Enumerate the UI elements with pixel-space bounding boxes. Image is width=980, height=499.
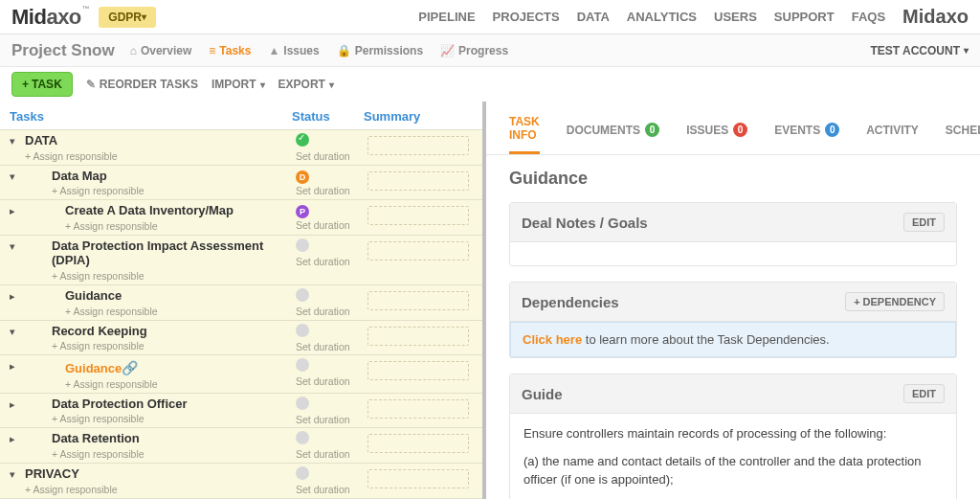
task-title[interactable]: PRIVACY (25, 466, 79, 481)
task-title[interactable]: Create A Data Inventory/Map (65, 203, 234, 217)
task-status[interactable]: Set duration (296, 357, 368, 387)
summary-field[interactable] (368, 291, 469, 310)
task-status[interactable]: Set duration (296, 323, 368, 352)
task-title[interactable]: Data Protection Impact Assessment (DPIA) (52, 238, 263, 268)
tab-schedule[interactable]: SCHEDULE (946, 115, 980, 154)
tab-issues[interactable]: ISSUES0 (686, 115, 747, 154)
task-status[interactable]: PSet duration (296, 202, 368, 231)
pnav-issues[interactable]: ▲Issues (268, 44, 319, 57)
edit-guide-button[interactable]: EDIT (903, 384, 945, 403)
task-status[interactable]: Set duration (296, 465, 368, 495)
col-status[interactable]: Status (292, 109, 364, 124)
task-title[interactable]: DATA (25, 133, 57, 147)
pnav-permissions[interactable]: 🔒Permissions (337, 44, 423, 57)
task-status[interactable]: Set duration (296, 132, 368, 162)
expand-toggle[interactable]: ▸ (0, 287, 25, 303)
add-task-button[interactable]: +TASK (11, 72, 73, 97)
assign-responsible[interactable]: + Assign responsible (25, 484, 118, 495)
task-title[interactable]: Record Keeping (52, 324, 147, 338)
nav-support[interactable]: SUPPORT (774, 10, 835, 24)
task-row[interactable]: ▸Data Retention+ Assign responsibleSet d… (0, 427, 482, 463)
task-row[interactable]: ▸Data Protection Officer+ Assign respons… (0, 393, 482, 428)
task-row[interactable]: ▸Guidance🔗+ Assign responsibleSet durati… (0, 354, 482, 393)
summary-field[interactable] (368, 469, 469, 488)
task-title[interactable]: Guidance (65, 361, 122, 375)
expand-toggle[interactable]: ▾ (0, 168, 25, 183)
task-row[interactable]: ▾Data Map+ Assign responsibleDSet durati… (0, 165, 482, 200)
nav-analytics[interactable]: ANALYTICS (627, 10, 697, 24)
task-title[interactable]: Guidance (65, 288, 122, 303)
nav-projects[interactable]: PROJECTS (493, 10, 560, 24)
pnav-overview[interactable]: ⌂Overview (130, 44, 192, 57)
set-duration[interactable]: Set duration (296, 484, 368, 495)
task-status[interactable]: Set duration (296, 396, 368, 425)
nav-pipeline[interactable]: PIPELINE (418, 10, 475, 24)
expand-toggle[interactable]: ▸ (0, 430, 25, 445)
expand-toggle[interactable]: ▾ (0, 465, 25, 481)
task-row[interactable]: ▾DATA+ Assign responsibleSet duration (0, 129, 482, 165)
task-status[interactable]: Set duration (296, 287, 368, 317)
set-duration[interactable]: Set duration (296, 375, 368, 387)
nav-users[interactable]: USERS (714, 10, 757, 24)
assign-responsible[interactable]: + Assign responsible (52, 185, 145, 196)
nav-data[interactable]: DATA (577, 10, 610, 24)
set-duration[interactable]: Set duration (296, 448, 368, 460)
set-duration[interactable]: Set duration (296, 341, 368, 352)
playbook-selector[interactable]: GDPR ▾ (99, 7, 156, 28)
summary-field[interactable] (368, 241, 469, 261)
tab-events[interactable]: EVENTS0 (774, 115, 839, 154)
task-row[interactable]: ▾Data Protection Impact Assessment (DPIA… (0, 235, 482, 284)
expand-toggle[interactable]: ▾ (0, 132, 25, 147)
set-duration[interactable]: Set duration (296, 150, 368, 162)
col-summary[interactable]: Summary (364, 109, 473, 124)
pnav-progress[interactable]: 📈Progress (440, 44, 508, 57)
expand-toggle[interactable]: ▸ (0, 202, 25, 217)
task-title[interactable]: Data Protection Officer (52, 397, 188, 411)
expand-toggle[interactable]: ▸ (0, 396, 25, 411)
set-duration[interactable]: Set duration (296, 414, 368, 425)
summary-field[interactable] (368, 171, 469, 191)
nav-faqs[interactable]: FAQS (852, 10, 885, 24)
summary-field[interactable] (368, 206, 469, 225)
task-title[interactable]: Data Retention (52, 431, 140, 445)
summary-field[interactable] (368, 327, 469, 346)
task-status[interactable]: DSet duration (296, 168, 368, 196)
account-menu[interactable]: TEST ACCOUNT▾ (870, 44, 969, 57)
col-tasks[interactable]: Tasks (10, 109, 292, 124)
set-duration[interactable]: Set duration (296, 185, 368, 196)
summary-field[interactable] (368, 136, 469, 155)
expand-toggle[interactable]: ▾ (0, 238, 25, 253)
summary-field[interactable] (368, 434, 469, 453)
expand-toggle[interactable]: ▸ (0, 357, 25, 373)
reorder-tasks-button[interactable]: ✎REORDER TASKS (86, 78, 198, 91)
pnav-tasks[interactable]: ≡Tasks (209, 44, 251, 57)
task-title[interactable]: Data Map (52, 169, 107, 183)
set-duration[interactable]: Set duration (296, 219, 368, 231)
set-duration[interactable]: Set duration (296, 306, 368, 317)
add-dependency-button[interactable]: +DEPENDENCY (845, 292, 945, 311)
expand-toggle[interactable]: ▾ (0, 323, 25, 338)
edit-notes-button[interactable]: EDIT (903, 213, 945, 232)
assign-responsible[interactable]: + Assign responsible (25, 150, 118, 162)
assign-responsible[interactable]: + Assign responsible (65, 306, 158, 317)
task-status[interactable]: Set duration (296, 238, 368, 267)
deal-notes-body[interactable] (510, 242, 956, 265)
import-menu[interactable]: IMPORT ▾ (212, 78, 265, 91)
task-row[interactable]: ▾PRIVACY+ Assign responsibleSet duration (0, 463, 482, 498)
task-status[interactable]: Set duration (296, 430, 368, 460)
task-row[interactable]: ▸Create A Data Inventory/Map+ Assign res… (0, 199, 482, 235)
summary-field[interactable] (368, 399, 469, 419)
assign-responsible[interactable]: + Assign responsible (52, 448, 145, 460)
set-duration[interactable]: Set duration (296, 256, 368, 267)
task-row[interactable]: ▸Guidance+ Assign responsibleSet duratio… (0, 284, 482, 320)
task-row[interactable]: ▾Record Keeping+ Assign responsibleSet d… (0, 320, 482, 355)
assign-responsible[interactable]: + Assign responsible (65, 220, 158, 232)
assign-responsible[interactable]: + Assign responsible (52, 413, 145, 424)
summary-field[interactable] (368, 361, 469, 380)
dependencies-learn-link[interactable]: Click here (523, 332, 582, 347)
assign-responsible[interactable]: + Assign responsible (52, 270, 145, 282)
tab-activity[interactable]: ACTIVITY (866, 115, 919, 154)
tab-task-info[interactable]: TASK INFO (509, 115, 540, 154)
tab-documents[interactable]: DOCUMENTS0 (567, 115, 659, 154)
export-menu[interactable]: EXPORT ▾ (278, 78, 334, 91)
